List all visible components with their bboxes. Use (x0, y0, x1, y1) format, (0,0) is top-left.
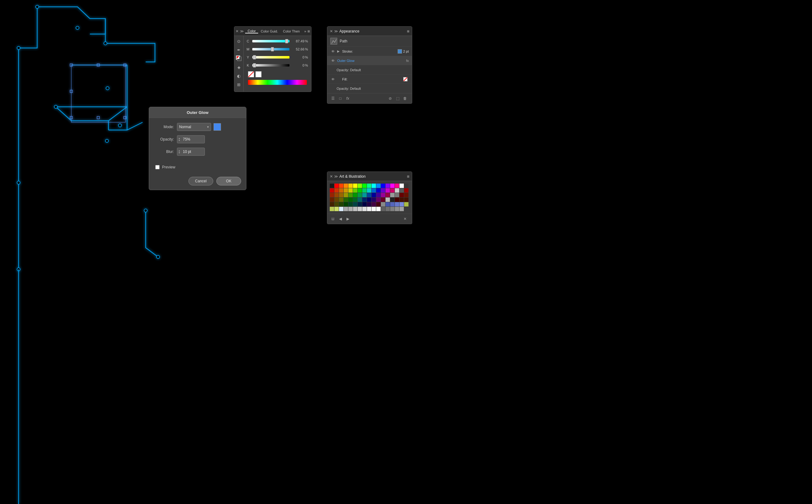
art-swatch[interactable] (353, 198, 357, 202)
blur-spin-up[interactable]: ▲ (178, 150, 180, 152)
appearance-menu-icon[interactable]: ≡ (407, 29, 409, 34)
y-slider[interactable] (252, 56, 290, 59)
art-swatch[interactable] (362, 188, 367, 193)
art-prev-btn[interactable]: ◀ (337, 216, 343, 222)
fill-visibility[interactable]: 👁 (330, 77, 335, 82)
art-swatch[interactable] (344, 198, 348, 202)
move-down-btn[interactable]: 🗑 (402, 95, 408, 102)
art-swatch[interactable] (381, 198, 385, 202)
art-swatch[interactable] (381, 193, 385, 197)
art-swatch[interactable] (399, 202, 404, 206)
art-swatch[interactable] (348, 193, 353, 197)
outer-glow-visibility[interactable]: 👁 (330, 58, 335, 63)
art-swatch[interactable] (376, 188, 381, 193)
art-swatch[interactable] (330, 202, 334, 206)
art-swatch[interactable] (404, 188, 408, 193)
art-swatch[interactable] (344, 184, 348, 188)
art-swatch[interactable] (339, 193, 343, 197)
move-up-btn[interactable]: ⬚ (395, 95, 401, 102)
art-swatch[interactable] (362, 198, 367, 202)
fx-icon[interactable]: fx (406, 59, 409, 63)
art-swatch[interactable] (334, 202, 339, 206)
art-swatch[interactable] (339, 188, 343, 193)
art-swatch[interactable] (381, 202, 385, 206)
opacity-input[interactable] (177, 135, 205, 143)
art-swatch[interactable] (334, 184, 339, 188)
art-swatch[interactable] (362, 184, 367, 188)
art-swatch[interactable] (358, 184, 362, 188)
preview-checkbox[interactable] (155, 165, 159, 169)
white-swatch[interactable] (256, 71, 262, 77)
blur-spin-down[interactable]: ▼ (178, 152, 180, 154)
art-swatch[interactable] (334, 193, 339, 197)
art-swatch[interactable] (390, 207, 395, 211)
stroke-row[interactable]: 👁 ▶ Stroke: 2 pt (327, 47, 412, 56)
stroke-visibility[interactable]: 👁 (330, 49, 335, 54)
cube-icon[interactable]: ◈ (236, 64, 242, 71)
art-swatch[interactable] (386, 188, 390, 193)
art-swatch[interactable] (339, 202, 343, 206)
stroke-expand[interactable]: ▶ (337, 50, 341, 53)
color-spectrum[interactable] (248, 80, 307, 85)
copy-item-btn[interactable]: □ (337, 95, 343, 102)
art-swatch[interactable] (353, 184, 357, 188)
art-swatch[interactable] (399, 188, 404, 193)
art-swatch[interactable] (399, 193, 404, 197)
art-swatch[interactable] (390, 198, 395, 202)
art-swatch[interactable] (395, 188, 399, 193)
art-swatch[interactable] (353, 188, 357, 193)
art-swatch[interactable] (367, 193, 371, 197)
appearance-close[interactable]: ✕ (330, 29, 333, 33)
m-slider[interactable] (252, 48, 290, 50)
art-swatch[interactable] (348, 202, 353, 206)
gradient-tool-icon[interactable]: ◐ (236, 72, 242, 79)
art-swatch[interactable] (376, 207, 381, 211)
art-swatch[interactable] (334, 198, 339, 202)
glow-color-swatch[interactable] (214, 123, 221, 131)
art-swatch[interactable] (390, 188, 395, 193)
art-swatch[interactable] (372, 188, 376, 193)
c-slider[interactable] (252, 40, 290, 42)
tab-color-guide[interactable]: Color Guid. (258, 29, 281, 33)
outer-glow-label[interactable]: Outer Glow (337, 59, 406, 63)
opacity-spin-up[interactable]: ▲ (178, 137, 180, 139)
art-swatch[interactable] (330, 193, 334, 197)
art-swatch[interactable] (390, 184, 395, 188)
art-swatch[interactable] (372, 207, 376, 211)
opacity-spin-down[interactable]: ▼ (178, 139, 180, 141)
art-libraries-btn[interactable]: Ш (330, 216, 336, 222)
none-swatch[interactable] (248, 71, 254, 77)
art-swatch[interactable] (376, 184, 381, 188)
art-swatch[interactable] (386, 207, 390, 211)
blur-input[interactable] (177, 148, 205, 156)
art-swatch[interactable] (330, 207, 334, 211)
art-swatch[interactable] (344, 207, 348, 211)
art-swatch[interactable] (399, 184, 404, 188)
art-swatch[interactable] (367, 198, 371, 202)
art-swatch[interactable] (339, 184, 343, 188)
art-menu-icon[interactable]: ≡ (407, 174, 409, 179)
art-swatch[interactable] (353, 193, 357, 197)
art-swatch[interactable] (344, 202, 348, 206)
art-swatch[interactable] (399, 198, 404, 202)
art-swatch[interactable] (399, 207, 404, 211)
art-swatch[interactable] (381, 188, 385, 193)
art-swatch[interactable] (362, 207, 367, 211)
fx-add-btn[interactable]: fx (345, 95, 351, 102)
art-swatch[interactable] (395, 198, 399, 202)
k-thumb[interactable] (253, 63, 256, 67)
art-swatch[interactable] (372, 202, 376, 206)
art-swatch[interactable] (404, 202, 408, 206)
art-close-btn[interactable]: ✕ (402, 216, 408, 222)
art-swatch[interactable] (344, 188, 348, 193)
art-swatch[interactable] (395, 202, 399, 206)
art-next-btn[interactable]: ▶ (345, 216, 351, 222)
art-swatch[interactable] (386, 184, 390, 188)
c-thumb[interactable] (285, 39, 288, 43)
art-swatch[interactable] (358, 198, 362, 202)
art-swatch[interactable] (358, 207, 362, 211)
y-thumb[interactable] (253, 55, 256, 59)
appearance-collapse[interactable]: ≫ (334, 29, 338, 33)
art-swatch[interactable] (348, 188, 353, 193)
art-swatch[interactable] (353, 207, 357, 211)
